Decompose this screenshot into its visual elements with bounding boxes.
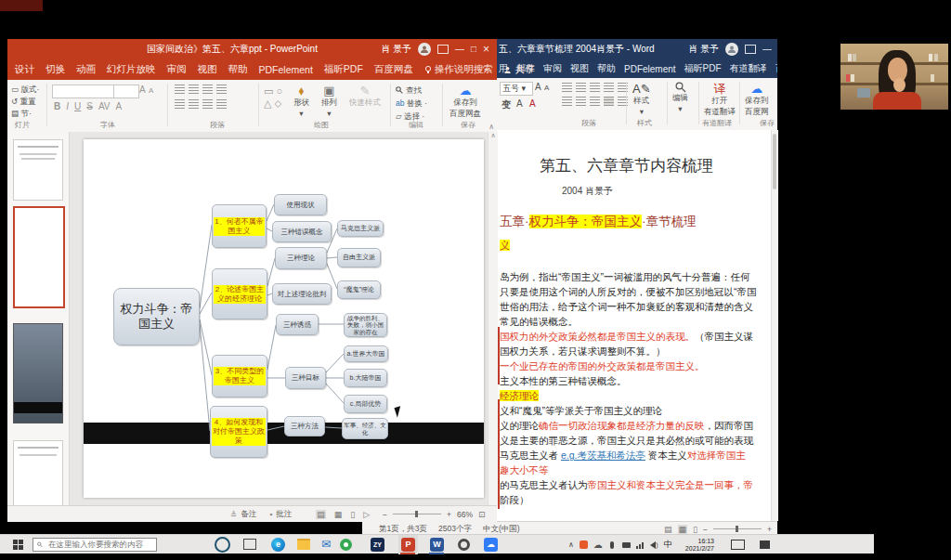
print-layout-icon[interactable]: ▦ — [678, 525, 688, 534]
word-save-to-baidupan-button[interactable]: ☁ 保存到百度网 — [745, 82, 769, 118]
mindmap-root-node[interactable]: 权力斗争：帝国主义 — [113, 288, 200, 345]
ppt-tab-design[interactable]: 设计 — [15, 63, 34, 76]
mindmap-node-theories[interactable]: 三种理论 — [275, 247, 327, 269]
char-border-icon[interactable]: A — [516, 98, 523, 109]
volume-icon[interactable]: ) — [650, 540, 658, 549]
slide-thumbnail[interactable] — [13, 440, 63, 505]
mindmap-node-2[interactable]: 2、论述帝国主义的经济理论 — [212, 268, 267, 319]
slide-thumbnail[interactable] — [13, 139, 63, 201]
mindmap-node-errors[interactable]: 三种错误概念 — [272, 221, 332, 242]
font-size-combo[interactable] — [113, 85, 139, 98]
word-zoom-in[interactable]: + — [767, 525, 772, 534]
shapes-button[interactable]: ⬧ 形状▾ — [293, 84, 309, 118]
ppt-tab-transitions[interactable]: 切换 — [46, 63, 65, 76]
justify-icon[interactable] — [604, 97, 614, 106]
align-left-icon[interactable] — [562, 97, 572, 106]
read-mode-icon[interactable]: ▤ — [664, 525, 672, 534]
mindmap-node-3[interactable]: 3、不同类型的帝国主义 — [212, 355, 267, 397]
mindmap-node-usage[interactable]: 使用现状 — [274, 194, 327, 215]
word-tab-foxit[interactable]: 福昕PDF — [684, 62, 722, 75]
quick-styles-button[interactable]: ✎ 快速样式 — [349, 84, 381, 109]
font-color-icon[interactable]: A — [116, 101, 123, 111]
align-left-icon[interactable] — [175, 99, 185, 109]
section-button[interactable]: ▤ 节· — [11, 108, 39, 120]
numbering-icon[interactable] — [576, 83, 586, 92]
underline-icon[interactable]: U — [74, 101, 81, 111]
tray-expand-icon[interactable]: ∧ — [568, 540, 574, 549]
word-scrollbar[interactable] — [771, 130, 778, 521]
network-icon[interactable] — [636, 540, 645, 549]
align-right-icon[interactable] — [202, 99, 213, 109]
ppt-zoom-out[interactable]: − — [383, 510, 387, 519]
align-center-icon[interactable] — [576, 97, 586, 106]
shrink-font-icon[interactable]: A — [544, 84, 549, 92]
ppt-tab-view[interactable]: 视图 — [198, 63, 217, 76]
ppt-minimize-button[interactable]: — — [455, 45, 464, 54]
ppt-avatar[interactable] — [418, 43, 431, 56]
cortana-icon[interactable] — [215, 537, 230, 553]
columns-icon[interactable] — [216, 99, 227, 109]
shape-gallery[interactable]: ▭ ○△ ⬦ — [264, 85, 282, 110]
char-spacing-icon[interactable]: AV — [98, 101, 111, 111]
slideshow-icon[interactable]: ▷ — [363, 510, 370, 519]
comments-button[interactable]: ▪批注 — [269, 509, 292, 520]
numbering-icon[interactable] — [189, 85, 199, 94]
slide-thumbnail[interactable] — [13, 323, 63, 423]
line-spacing-icon[interactable] — [216, 85, 227, 94]
ppt-scrollbar[interactable]: ∧ — [488, 132, 498, 505]
collapse-ribbon-icon[interactable]: ∧ — [489, 123, 494, 131]
ppt-zoom-in[interactable]: + — [447, 510, 451, 519]
mindmap-node-critique[interactable]: 对上述理论批判 — [272, 283, 332, 305]
indent-icon[interactable] — [202, 85, 213, 94]
slide-sorter-icon[interactable]: ▦ — [334, 510, 343, 519]
ppt-tab-help[interactable]: 帮助 — [228, 63, 248, 76]
taskbar-search[interactable] — [33, 538, 157, 552]
camera-icon[interactable] — [622, 540, 631, 549]
mindmap-node-world-empire[interactable]: a.世界大帝国 — [344, 345, 388, 362]
bullets-icon[interactable] — [562, 83, 572, 92]
fit-to-window-icon[interactable]: ⊡ — [478, 510, 486, 519]
mindmap-node-goals[interactable]: 三种目标 — [285, 367, 326, 389]
recorder-gear-icon[interactable] — [458, 539, 470, 551]
baidupan-icon[interactable]: ☁ — [484, 538, 498, 552]
strikethrough-icon[interactable]: S — [86, 101, 93, 111]
ppt-tab-pdfelement[interactable]: PDFelement — [259, 64, 313, 75]
notification-center-icon[interactable] — [760, 540, 770, 549]
tray-cloud-icon[interactable]: ☁ — [593, 540, 603, 550]
word-minimize-button[interactable]: — — [762, 45, 772, 54]
reset-button[interactable]: ↺ 重置 — [11, 96, 39, 108]
word-tab-youdao[interactable]: 有道翻译 — [730, 62, 767, 75]
bold-icon[interactable]: B — [54, 101, 60, 111]
web-layout-icon[interactable]: ▯ — [693, 525, 697, 534]
mindmap-node-1[interactable]: 1、何者不属帝国主义 — [212, 204, 267, 248]
mindmap-node-mil-eco-cul[interactable]: 军事、经济、文化 — [342, 418, 388, 439]
start-button[interactable] — [13, 540, 23, 550]
ppt-close-button[interactable]: × — [483, 45, 489, 54]
word-page-indicator[interactable]: 第1页，共3页 — [379, 524, 427, 535]
shrink-font-icon[interactable]: A — [149, 86, 153, 95]
mindmap-node-marxist[interactable]: 马克思主义派 — [337, 220, 384, 237]
word-document-page[interactable]: 第五、六章章节内容梳理 2004 肖景予 五章·权力斗争：帝国主义·章节梳理 义… — [497, 130, 777, 521]
edge-icon[interactable]: e — [271, 538, 285, 552]
ppt-titlebar[interactable]: 国家间政治》第五、六章ppt - PowerPoint 肖 景予 — □ × — [7, 39, 497, 59]
indent-icon[interactable] — [604, 83, 614, 92]
mindmap-node-war[interactable]: 战争的胜利、失败，弱小国家的存在 — [344, 313, 387, 337]
ppt-zoom-level[interactable]: 66% — [457, 510, 473, 519]
tray-clock[interactable]: 16:13 2021/2/27 — [685, 538, 714, 553]
reading-view-icon[interactable]: ▯ — [350, 510, 355, 519]
slide-canvas[interactable]: 权力斗争：帝国主义 1、何者不属帝国主义 2、论述帝国主义的经济理论 3、不同类… — [84, 139, 484, 498]
mail-icon[interactable]: ✉ — [321, 538, 331, 551]
normal-view-icon[interactable]: ▤ — [316, 510, 326, 519]
mindmap-node-local-preponderance[interactable]: c.局部优势 — [344, 395, 387, 413]
grow-font-icon[interactable]: A — [535, 82, 541, 92]
align-right-icon[interactable] — [590, 97, 600, 106]
word-tab-review[interactable]: 审阅 — [543, 62, 562, 75]
phonetic-guide-icon[interactable]: 变 — [502, 98, 511, 111]
task-view-icon[interactable] — [243, 539, 256, 550]
find-button[interactable]: 查找 — [396, 84, 427, 97]
file-explorer-icon[interactable] — [297, 539, 310, 550]
editing-button[interactable]: 编辑▾ — [672, 82, 688, 113]
word-language[interactable]: 中文(中国) — [483, 524, 520, 535]
tray-orange-app-icon[interactable] — [580, 540, 588, 549]
ppt-tab-foxit[interactable]: 福昕PDF — [324, 63, 363, 76]
